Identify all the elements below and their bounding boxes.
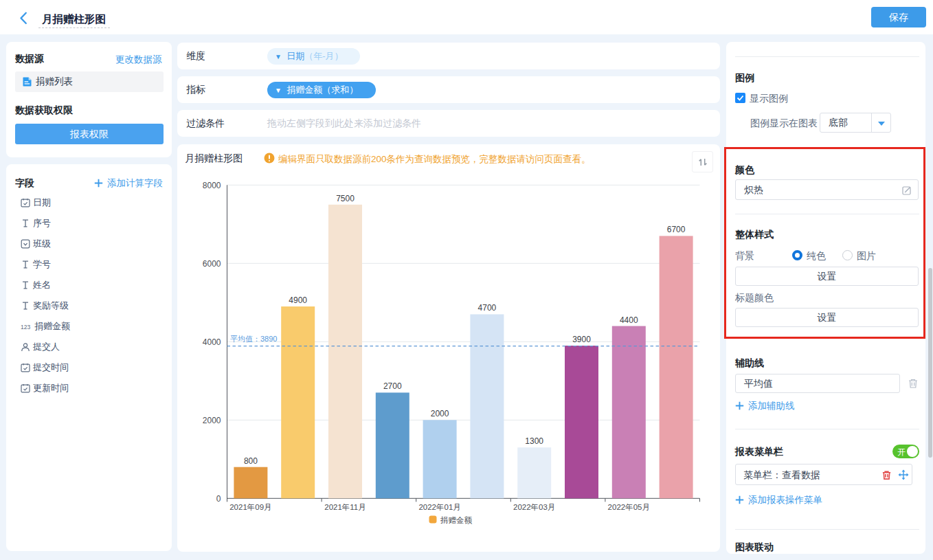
svg-text:8000: 8000	[203, 181, 221, 190]
svg-text:2021年11月: 2021年11月	[324, 503, 366, 511]
svg-text:2022年01月: 2022年01月	[418, 503, 460, 511]
svg-text:800: 800	[244, 456, 258, 466]
svg-text:4900: 4900	[289, 295, 307, 305]
svg-text:捐赠金额: 捐赠金额	[440, 516, 473, 524]
svg-text:7500: 7500	[336, 194, 355, 203]
svg-text:平均值：3890: 平均值：3890	[230, 335, 277, 343]
svg-text:2000: 2000	[431, 409, 449, 418]
svg-text:2000: 2000	[203, 416, 221, 425]
svg-text:6000: 6000	[203, 259, 221, 269]
svg-text:123: 123	[21, 324, 30, 331]
svg-text:2700: 2700	[383, 381, 402, 391]
svg-text:2022年05月: 2022年05月	[608, 503, 650, 511]
svg-text:3900: 3900	[572, 335, 591, 344]
svg-text:4700: 4700	[478, 303, 497, 313]
svg-text:6700: 6700	[667, 225, 686, 234]
svg-text:1300: 1300	[525, 436, 543, 446]
svg-text:4000: 4000	[203, 337, 221, 347]
svg-text:0: 0	[216, 494, 221, 504]
svg-text:2022年03月: 2022年03月	[513, 503, 555, 511]
svg-text:2021年09月: 2021年09月	[229, 503, 271, 511]
svg-text:4400: 4400	[620, 315, 638, 325]
